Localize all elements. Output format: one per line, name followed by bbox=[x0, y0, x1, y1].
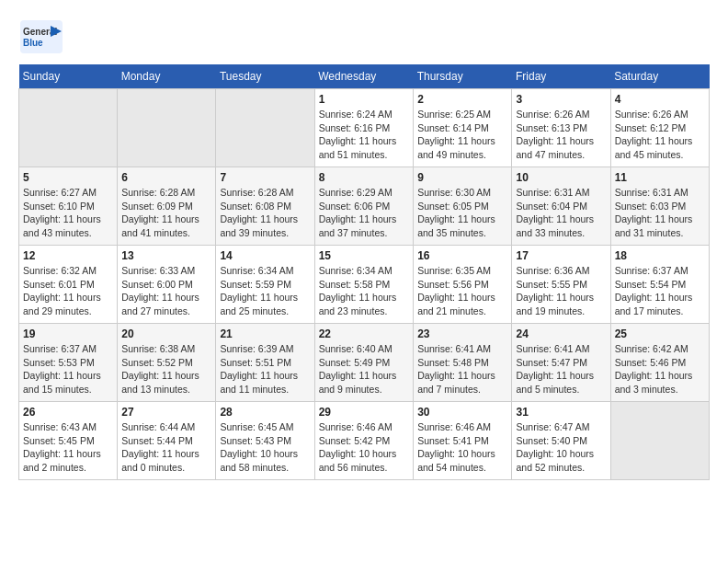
calendar-cell: 25Sunrise: 6:42 AMSunset: 5:46 PMDayligh… bbox=[610, 324, 709, 402]
calendar-cell: 13Sunrise: 6:33 AMSunset: 6:00 PMDayligh… bbox=[118, 246, 216, 324]
day-info: Sunrise: 6:38 AMSunset: 5:52 PMDaylight:… bbox=[121, 342, 211, 396]
calendar-cell: 3Sunrise: 6:26 AMSunset: 6:13 PMDaylight… bbox=[512, 89, 610, 167]
calendar-cell: 14Sunrise: 6:34 AMSunset: 5:59 PMDayligh… bbox=[216, 246, 314, 324]
day-info: Sunrise: 6:34 AMSunset: 5:58 PMDaylight:… bbox=[319, 264, 409, 318]
day-info: Sunrise: 6:26 AMSunset: 6:13 PMDaylight:… bbox=[516, 108, 606, 162]
day-number: 8 bbox=[319, 171, 409, 184]
calendar-week-row: 19Sunrise: 6:37 AMSunset: 5:53 PMDayligh… bbox=[19, 324, 710, 402]
day-number: 3 bbox=[516, 93, 606, 106]
svg-text:Blue: Blue bbox=[23, 38, 43, 48]
calendar-cell: 20Sunrise: 6:38 AMSunset: 5:52 PMDayligh… bbox=[118, 324, 216, 402]
day-info: Sunrise: 6:32 AMSunset: 6:01 PMDaylight:… bbox=[23, 264, 113, 318]
day-number: 5 bbox=[23, 171, 113, 184]
day-number: 7 bbox=[220, 171, 310, 184]
day-number: 19 bbox=[23, 327, 113, 340]
calendar-cell: 19Sunrise: 6:37 AMSunset: 5:53 PMDayligh… bbox=[19, 324, 118, 402]
day-number: 17 bbox=[516, 249, 606, 262]
day-number: 20 bbox=[121, 327, 211, 340]
day-number: 23 bbox=[417, 327, 507, 340]
calendar-week-row: 26Sunrise: 6:43 AMSunset: 5:45 PMDayligh… bbox=[19, 402, 710, 480]
day-info: Sunrise: 6:25 AMSunset: 6:14 PMDaylight:… bbox=[417, 108, 507, 162]
day-info: Sunrise: 6:37 AMSunset: 5:53 PMDaylight:… bbox=[23, 342, 113, 396]
day-info: Sunrise: 6:28 AMSunset: 6:09 PMDaylight:… bbox=[121, 186, 211, 240]
calendar-day-header: Wednesday bbox=[314, 64, 413, 89]
calendar-cell: 16Sunrise: 6:35 AMSunset: 5:56 PMDayligh… bbox=[414, 246, 512, 324]
calendar-day-header: Friday bbox=[512, 64, 610, 89]
calendar-cell: 29Sunrise: 6:46 AMSunset: 5:42 PMDayligh… bbox=[314, 402, 413, 480]
day-number: 21 bbox=[220, 327, 310, 340]
day-info: Sunrise: 6:44 AMSunset: 5:44 PMDaylight:… bbox=[121, 420, 211, 475]
day-info: Sunrise: 6:24 AMSunset: 6:16 PMDaylight:… bbox=[319, 108, 409, 162]
day-info: Sunrise: 6:41 AMSunset: 5:48 PMDaylight:… bbox=[417, 342, 507, 396]
calendar-cell: 24Sunrise: 6:41 AMSunset: 5:47 PMDayligh… bbox=[512, 324, 610, 402]
calendar-day-header: Thursday bbox=[414, 64, 512, 89]
calendar-cell bbox=[19, 89, 118, 167]
calendar-cell bbox=[118, 89, 216, 167]
calendar-cell: 17Sunrise: 6:36 AMSunset: 5:55 PMDayligh… bbox=[512, 246, 610, 324]
day-info: Sunrise: 6:35 AMSunset: 5:56 PMDaylight:… bbox=[417, 264, 507, 318]
day-info: Sunrise: 6:42 AMSunset: 5:46 PMDaylight:… bbox=[615, 342, 705, 396]
day-number: 27 bbox=[121, 406, 211, 419]
day-info: Sunrise: 6:36 AMSunset: 5:55 PMDaylight:… bbox=[516, 264, 606, 318]
calendar-cell: 7Sunrise: 6:28 AMSunset: 6:08 PMDaylight… bbox=[216, 167, 314, 246]
day-info: Sunrise: 6:46 AMSunset: 5:41 PMDaylight:… bbox=[417, 420, 507, 475]
day-number: 18 bbox=[615, 249, 705, 262]
day-info: Sunrise: 6:31 AMSunset: 6:04 PMDaylight:… bbox=[516, 186, 606, 240]
day-info: Sunrise: 6:46 AMSunset: 5:42 PMDaylight:… bbox=[319, 420, 409, 475]
calendar: SundayMondayTuesdayWednesdayThursdayFrid… bbox=[18, 64, 710, 480]
day-number: 11 bbox=[615, 171, 705, 184]
calendar-day-header: Sunday bbox=[19, 64, 118, 89]
calendar-cell: 28Sunrise: 6:45 AMSunset: 5:43 PMDayligh… bbox=[216, 402, 314, 480]
day-info: Sunrise: 6:41 AMSunset: 5:47 PMDaylight:… bbox=[516, 342, 606, 396]
day-info: Sunrise: 6:45 AMSunset: 5:43 PMDaylight:… bbox=[220, 420, 310, 475]
calendar-cell: 6Sunrise: 6:28 AMSunset: 6:09 PMDaylight… bbox=[118, 167, 216, 246]
calendar-cell: 21Sunrise: 6:39 AMSunset: 5:51 PMDayligh… bbox=[216, 324, 314, 402]
calendar-cell: 23Sunrise: 6:41 AMSunset: 5:48 PMDayligh… bbox=[414, 324, 512, 402]
day-number: 30 bbox=[417, 406, 507, 419]
day-info: Sunrise: 6:40 AMSunset: 5:49 PMDaylight:… bbox=[319, 342, 409, 396]
calendar-cell bbox=[610, 402, 709, 480]
calendar-cell: 2Sunrise: 6:25 AMSunset: 6:14 PMDaylight… bbox=[414, 89, 512, 167]
logo: GeneralBlue bbox=[18, 18, 64, 55]
calendar-day-header: Monday bbox=[118, 64, 216, 89]
calendar-day-header: Tuesday bbox=[216, 64, 314, 89]
calendar-cell: 5Sunrise: 6:27 AMSunset: 6:10 PMDaylight… bbox=[19, 167, 118, 246]
calendar-cell: 9Sunrise: 6:30 AMSunset: 6:05 PMDaylight… bbox=[414, 167, 512, 246]
day-info: Sunrise: 6:29 AMSunset: 6:06 PMDaylight:… bbox=[319, 186, 409, 240]
day-number: 16 bbox=[417, 249, 507, 262]
calendar-cell: 18Sunrise: 6:37 AMSunset: 5:54 PMDayligh… bbox=[610, 246, 709, 324]
day-number: 14 bbox=[220, 249, 310, 262]
calendar-cell: 12Sunrise: 6:32 AMSunset: 6:01 PMDayligh… bbox=[19, 246, 118, 324]
day-number: 2 bbox=[417, 93, 507, 106]
calendar-cell: 26Sunrise: 6:43 AMSunset: 5:45 PMDayligh… bbox=[19, 402, 118, 480]
day-info: Sunrise: 6:27 AMSunset: 6:10 PMDaylight:… bbox=[23, 186, 113, 240]
page-header: GeneralBlue bbox=[18, 18, 710, 55]
day-number: 22 bbox=[319, 327, 409, 340]
day-info: Sunrise: 6:37 AMSunset: 5:54 PMDaylight:… bbox=[615, 264, 705, 318]
day-info: Sunrise: 6:39 AMSunset: 5:51 PMDaylight:… bbox=[220, 342, 310, 396]
calendar-cell bbox=[216, 89, 314, 167]
day-number: 31 bbox=[516, 406, 606, 419]
day-info: Sunrise: 6:33 AMSunset: 6:00 PMDaylight:… bbox=[121, 264, 211, 318]
day-info: Sunrise: 6:34 AMSunset: 5:59 PMDaylight:… bbox=[220, 264, 310, 318]
day-number: 9 bbox=[417, 171, 507, 184]
day-number: 29 bbox=[319, 406, 409, 419]
day-info: Sunrise: 6:28 AMSunset: 6:08 PMDaylight:… bbox=[220, 186, 310, 240]
day-number: 6 bbox=[121, 171, 211, 184]
calendar-cell: 15Sunrise: 6:34 AMSunset: 5:58 PMDayligh… bbox=[314, 246, 413, 324]
calendar-week-row: 5Sunrise: 6:27 AMSunset: 6:10 PMDaylight… bbox=[19, 167, 710, 246]
day-number: 24 bbox=[516, 327, 606, 340]
day-info: Sunrise: 6:43 AMSunset: 5:45 PMDaylight:… bbox=[23, 420, 113, 475]
calendar-cell: 10Sunrise: 6:31 AMSunset: 6:04 PMDayligh… bbox=[512, 167, 610, 246]
calendar-week-row: 12Sunrise: 6:32 AMSunset: 6:01 PMDayligh… bbox=[19, 246, 710, 324]
calendar-cell: 27Sunrise: 6:44 AMSunset: 5:44 PMDayligh… bbox=[118, 402, 216, 480]
day-number: 12 bbox=[23, 249, 113, 262]
day-info: Sunrise: 6:47 AMSunset: 5:40 PMDaylight:… bbox=[516, 420, 606, 475]
day-number: 4 bbox=[615, 93, 705, 106]
calendar-cell: 8Sunrise: 6:29 AMSunset: 6:06 PMDaylight… bbox=[314, 167, 413, 246]
calendar-cell: 11Sunrise: 6:31 AMSunset: 6:03 PMDayligh… bbox=[610, 167, 709, 246]
day-number: 13 bbox=[121, 249, 211, 262]
calendar-week-row: 1Sunrise: 6:24 AMSunset: 6:16 PMDaylight… bbox=[19, 89, 710, 167]
calendar-header-row: SundayMondayTuesdayWednesdayThursdayFrid… bbox=[19, 64, 710, 89]
day-info: Sunrise: 6:30 AMSunset: 6:05 PMDaylight:… bbox=[417, 186, 507, 240]
